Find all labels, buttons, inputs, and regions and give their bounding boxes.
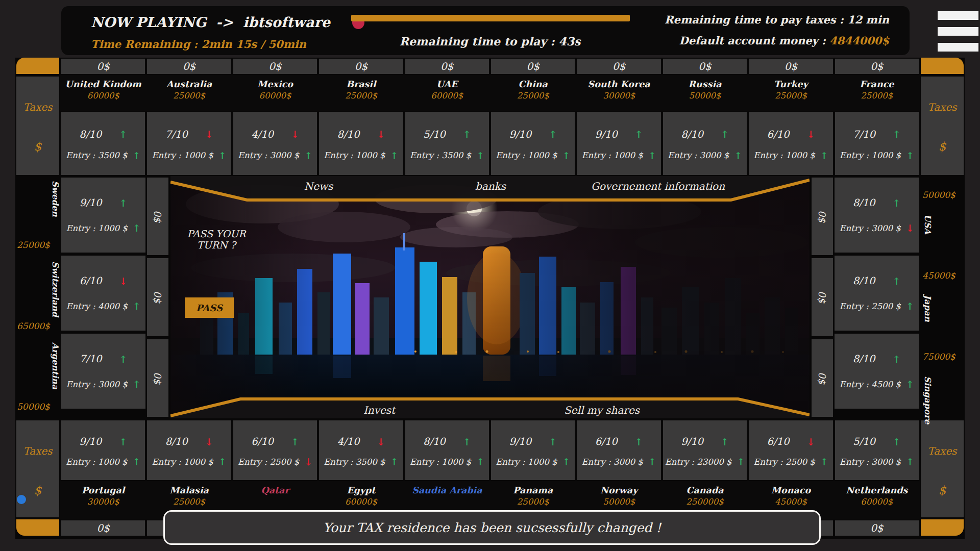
entry-row: Entry : 4000 $ ↑ <box>61 300 145 312</box>
country-card[interactable]: 8/10 ↑ Entry : 3000 $ ↓ <box>835 178 919 253</box>
country-name: Sweden <box>51 181 60 217</box>
entry-row: Entry : 1000 $ ↑ <box>491 150 575 161</box>
country-card[interactable]: 6/10 ↑ Entry : 3000 $ ↑ <box>577 420 660 480</box>
rating-value: 4/10 <box>337 436 360 447</box>
country-card[interactable]: 8/10 ↓ Entry : 1000 $ ↑ <box>319 112 403 175</box>
trend-down-icon: ↓ <box>806 129 815 140</box>
board-space-card-wrap: 7/10 ↑ Entry : 1000 $ ↑ <box>834 111 920 176</box>
country-card[interactable]: 4/10 ↓ Entry : 3000 $ ↑ <box>233 112 317 175</box>
rating-value: 6/10 <box>595 436 618 447</box>
corner-taxes-top-right[interactable]: Taxes $ <box>920 58 965 176</box>
country-name: UAE <box>404 79 490 89</box>
dollar-icon: $ <box>939 484 946 497</box>
trend-down-icon: ↓ <box>304 456 312 467</box>
corner-taxes-bottom-left[interactable]: Taxes $ <box>15 419 60 537</box>
trend-up-icon: ↑ <box>463 129 471 140</box>
trend-down-icon: ↓ <box>377 129 385 140</box>
rating-row: 5/10 ↑ <box>405 129 489 140</box>
government-information-menu[interactable]: Governement information <box>591 180 725 192</box>
taxes-label: Taxes <box>927 101 957 113</box>
country-card[interactable]: 9/10 ↑ Entry : 1000 $ ↑ <box>491 112 575 175</box>
now-playing-label: NOW PLAYING <box>91 14 206 30</box>
entry-value: Entry : 1000 $ <box>582 151 643 160</box>
pass-your-turn-question: PASS YOUR TURN ? <box>181 228 252 251</box>
sell-my-shares-menu[interactable]: Sell my shares <box>564 404 640 416</box>
space-money-value: 0$ <box>268 60 281 72</box>
trend-up-icon: ↑ <box>737 456 745 467</box>
country-card[interactable]: 6/10 ↑ Entry : 2500 $ ↓ <box>233 420 317 480</box>
hamburger-menu-icon[interactable] <box>938 11 978 59</box>
board-space-card-wrap: 6/10 ↓ Entry : 2500 $ ↑ <box>748 419 834 481</box>
rating-row: 8/10 ↑ <box>663 129 747 140</box>
trend-down-icon: ↓ <box>205 129 213 140</box>
space-money-value: 0$ <box>96 522 109 534</box>
rating-row: 5/10 ↑ <box>835 436 919 447</box>
side-country-label: Singapore 75000$ <box>920 339 965 417</box>
space-money-value: 0$ <box>527 60 540 72</box>
entry-value: Entry : 1000 $ <box>66 457 127 467</box>
country-name: Canada <box>662 485 748 495</box>
country-card[interactable]: 6/10 ↓ Entry : 1000 $ ↑ <box>749 112 832 175</box>
entry-row: Entry : 1000 $ ↑ <box>147 150 231 161</box>
country-card[interactable]: 9/10 ↑ Entry : 1000 $ ↑ <box>491 420 575 480</box>
country-card[interactable]: 8/10 ↑ Entry : 4500 $ ↑ <box>835 334 919 409</box>
country-card[interactable]: 7/10 ↑ Entry : 3000 $ ↑ <box>61 334 145 409</box>
country-card[interactable]: 7/10 ↓ Entry : 1000 $ ↑ <box>147 112 231 175</box>
news-menu[interactable]: News <box>304 180 333 192</box>
invest-menu[interactable]: Invest <box>363 404 395 416</box>
country-price: 60000$ <box>232 91 318 101</box>
country-name: Brasil <box>318 79 404 89</box>
country-card[interactable]: 8/10 ↑ Entry : 2500 $ ↑ <box>835 256 919 331</box>
entry-row: Entry : 1000 $ ↑ <box>147 456 231 467</box>
corner-taxes-bottom-right[interactable]: Taxes $ <box>920 419 965 537</box>
country-card[interactable]: 9/10 ↑ Entry : 1000 $ ↑ <box>577 112 660 175</box>
trend-up-icon: ↑ <box>390 456 399 467</box>
rating-row: 6/10 ↓ <box>749 129 832 140</box>
country-card[interactable]: 6/10 ↓ Entry : 4000 $ ↑ <box>61 256 145 331</box>
rating-row: 8/10 ↓ <box>147 436 231 447</box>
pass-button[interactable]: PASS <box>185 297 234 318</box>
country-name: Australia <box>146 79 232 89</box>
trend-up-icon: ↑ <box>906 456 914 467</box>
board-space-money: 0$ <box>318 58 404 75</box>
entry-row: Entry : 2500 $ ↑ <box>749 456 832 467</box>
entry-value: Entry : 1000 $ <box>496 457 557 467</box>
side-money-cell: 0$ <box>147 178 168 255</box>
entry-value: Entry : 3000 $ <box>840 457 901 467</box>
trend-down-icon: ↓ <box>806 436 815 447</box>
rating-row: 8/10 ↑ <box>405 436 489 447</box>
rating-row: 9/10 ↑ <box>491 129 575 140</box>
country-card[interactable]: 7/10 ↑ Entry : 1000 $ ↑ <box>835 112 919 175</box>
rating-row: 7/10 ↓ <box>147 129 231 140</box>
banks-menu[interactable]: banks <box>475 180 506 192</box>
country-card[interactable]: 8/10 ↑ Entry : 3000 $ ↑ <box>663 112 747 175</box>
country-name: Panama <box>490 485 576 495</box>
board-space-money: 0$ <box>404 58 490 75</box>
country-price: 250000$ <box>662 497 748 507</box>
entry-value: Entry : 3000 $ <box>582 457 643 467</box>
entry-value: Entry : 1000 $ <box>324 151 385 160</box>
board-space-title: Mexico 60000$ <box>232 75 318 111</box>
country-card[interactable]: 6/10 ↓ Entry : 2500 $ ↑ <box>749 420 832 480</box>
right-money-rail: 0$ 0$ 0$ <box>812 176 833 418</box>
corner-taxes-top-left[interactable]: Taxes $ <box>15 58 60 176</box>
country-card[interactable]: 4/10 ↓ Entry : 3500 $ ↑ <box>319 420 403 480</box>
country-price: 75000$ <box>922 352 955 362</box>
country-card[interactable]: 8/10 ↑ Entry : 3500 $ ↑ <box>61 112 145 175</box>
country-name: Saudia Arabia <box>404 485 490 495</box>
country-price: 25000$ <box>146 497 232 507</box>
country-card[interactable]: 9/10 ↑ Entry : 23000 $ ↑ <box>663 420 747 480</box>
rating-value: 9/10 <box>509 129 531 140</box>
dollar-icon: $ <box>34 140 42 153</box>
entry-row: Entry : 3000 $ ↑ <box>663 150 747 161</box>
country-card[interactable]: 5/10 ↑ Entry : 3500 $ ↑ <box>405 112 489 175</box>
country-card[interactable]: 8/10 ↑ Entry : 1000 $ ↑ <box>405 420 489 480</box>
trend-up-icon: ↑ <box>132 456 140 467</box>
country-price: 25000$ <box>146 91 232 101</box>
remaining-taxes-time: Remaining time to pay taxes : 12 min <box>665 13 889 26</box>
trend-up-icon: ↑ <box>721 436 729 447</box>
country-card[interactable]: 8/10 ↓ Entry : 1000 $ ↑ <box>147 420 231 480</box>
country-card[interactable]: 5/10 ↑ Entry : 3000 $ ↑ <box>835 420 919 480</box>
country-card[interactable]: 9/10 ↑ Entry : 1000 $ ↑ <box>61 420 145 480</box>
country-card[interactable]: 9/10 ↑ Entry : 1000 $ ↑ <box>61 178 145 253</box>
